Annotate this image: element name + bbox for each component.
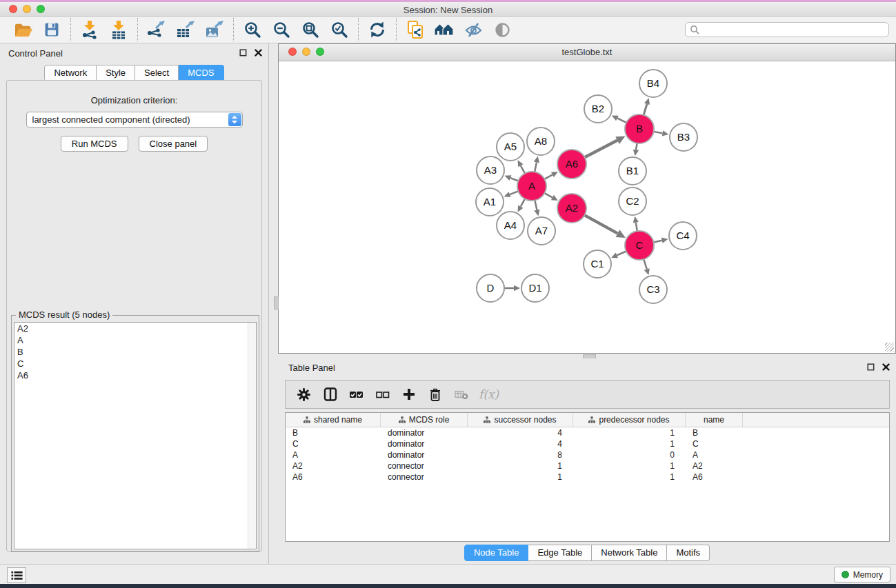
export-table-button[interactable] (172, 18, 199, 41)
split-handle-vertical[interactable] (274, 296, 279, 310)
show-hidden-button[interactable] (489, 18, 515, 41)
mcds-result-item[interactable]: C (14, 358, 256, 369)
graph-edge[interactable] (584, 215, 617, 233)
zoom-selected-button[interactable] (326, 18, 352, 41)
graph-edge[interactable] (544, 174, 552, 179)
mcds-result-item[interactable]: A2 (14, 323, 256, 334)
graph-edge[interactable] (510, 178, 518, 181)
graph-edge[interactable] (535, 162, 537, 172)
table-cell[interactable]: A6 (686, 472, 743, 482)
graph-edge[interactable] (535, 201, 537, 210)
column-header[interactable]: successor nodes (468, 413, 573, 427)
node-table[interactable]: shared nameMCDS rolesuccessor nodesprede… (285, 412, 890, 542)
table-cell[interactable]: connector (381, 461, 468, 471)
table-cell[interactable]: A2 (286, 461, 381, 471)
task-history-button[interactable] (7, 567, 26, 583)
import-table-button[interactable] (106, 18, 132, 41)
import-network-button[interactable] (77, 18, 103, 41)
graph-edge[interactable] (617, 118, 626, 122)
zoom-out-button[interactable] (268, 18, 295, 41)
table-row[interactable]: A6connector11A6 (286, 472, 889, 483)
tab-edge-table[interactable]: Edge Table (528, 545, 592, 561)
table-cell[interactable]: dominator (381, 439, 468, 449)
table-cell[interactable]: B (686, 428, 743, 438)
table-cell[interactable]: connector (381, 472, 468, 482)
delete-columns-button[interactable] (425, 385, 445, 403)
table-cell[interactable]: C (286, 439, 381, 449)
show-columns-button[interactable] (320, 385, 340, 403)
graph-edge[interactable] (654, 132, 663, 133)
search-box[interactable] (685, 22, 889, 37)
create-column-button[interactable] (399, 385, 419, 403)
mcds-result-item[interactable]: A6 (14, 369, 256, 381)
table-cell[interactable]: 4 (468, 428, 573, 438)
save-session-button[interactable] (39, 18, 65, 41)
table-cell[interactable]: dominator (381, 450, 468, 460)
network-window-titlebar[interactable]: testGlobe.txt (279, 44, 895, 61)
select-all-columns-button[interactable] (346, 385, 366, 403)
table-cell[interactable]: 1 (573, 472, 686, 482)
zoom-in-button[interactable] (239, 18, 266, 41)
table-row[interactable]: Cdominator41C (286, 438, 889, 449)
graph-edge[interactable] (653, 241, 661, 243)
table-cell[interactable]: 1 (573, 428, 686, 438)
table-cell[interactable]: 1 (468, 461, 573, 471)
table-cell[interactable]: 1 (573, 439, 686, 449)
table-cell[interactable]: 1 (573, 461, 686, 471)
table-row[interactable]: Adominator80A (286, 449, 889, 460)
float-panel-icon[interactable] (239, 49, 247, 57)
mcds-result-list[interactable]: A2ABCA6 (14, 322, 257, 549)
mcds-result-item[interactable]: B (14, 346, 256, 358)
network-graph[interactable]: AA1A2A3A4A5A6A7A8BB1B2B3B4CC1C2C3C4DD1 (279, 61, 895, 353)
table-row[interactable]: A2connector11A2 (286, 460, 889, 472)
close-panel-button[interactable]: Close panel (139, 136, 208, 152)
refresh-layout-button[interactable] (364, 18, 390, 41)
table-cell[interactable]: A (286, 450, 381, 460)
open-session-button[interactable] (10, 18, 36, 41)
tab-mcds[interactable]: MCDS (179, 65, 223, 81)
graph-edge[interactable] (521, 165, 525, 173)
close-panel-icon[interactable] (255, 49, 262, 57)
run-mcds-button[interactable]: Run MCDS (61, 136, 128, 152)
result-scrollbar[interactable] (248, 323, 256, 549)
table-mode-button[interactable] (294, 385, 314, 403)
table-cell[interactable]: C (686, 439, 743, 449)
tab-node-table[interactable]: Node Table (464, 545, 529, 561)
graph-edge[interactable] (644, 104, 647, 115)
graph-edge[interactable] (636, 223, 637, 232)
float-panel-icon[interactable] (867, 363, 875, 371)
table-cell[interactable]: 0 (573, 450, 686, 460)
tab-motifs[interactable]: Motifs (667, 545, 710, 561)
close-panel-icon[interactable] (882, 363, 890, 371)
export-image-button[interactable] (201, 18, 228, 41)
hide-selected-button[interactable] (460, 18, 486, 41)
graph-edge[interactable] (644, 259, 646, 269)
table-cell[interactable]: dominator (381, 428, 468, 438)
column-header[interactable]: name (686, 413, 743, 427)
table-cell[interactable]: A2 (686, 461, 743, 471)
table-cell[interactable]: 8 (468, 450, 573, 460)
tab-style[interactable]: Style (97, 65, 135, 81)
mcds-result-item[interactable]: A (14, 334, 256, 346)
tab-select[interactable]: Select (135, 65, 179, 81)
tab-network-table[interactable]: Network Table (592, 545, 667, 561)
column-header[interactable]: MCDS role (381, 413, 468, 427)
network-canvas[interactable]: AA1A2A3A4A5A6A7A8BB1B2B3B4CC1C2C3C4DD1 (279, 61, 895, 353)
graph-edge[interactable] (585, 141, 617, 158)
show-all-networks-button[interactable] (431, 18, 457, 41)
memory-button[interactable]: Memory (834, 567, 890, 582)
table-row[interactable]: Bdominator41B (286, 427, 889, 438)
graph-edge[interactable] (636, 143, 637, 150)
table-cell[interactable]: A (686, 450, 743, 460)
graph-edge[interactable] (544, 193, 552, 197)
search-input[interactable] (703, 23, 888, 37)
graph-edge[interactable] (510, 191, 518, 194)
graph-edge[interactable] (521, 199, 525, 206)
clone-network-button[interactable] (402, 18, 428, 41)
graph-edge[interactable] (617, 251, 626, 255)
table-cell[interactable]: A6 (286, 472, 381, 482)
unselect-all-columns-button[interactable] (372, 385, 392, 403)
table-cell[interactable]: B (286, 428, 381, 438)
column-header[interactable]: predecessor nodes (573, 413, 686, 427)
optimization-criterion-select[interactable]: largest connected component (directed) (26, 112, 243, 128)
